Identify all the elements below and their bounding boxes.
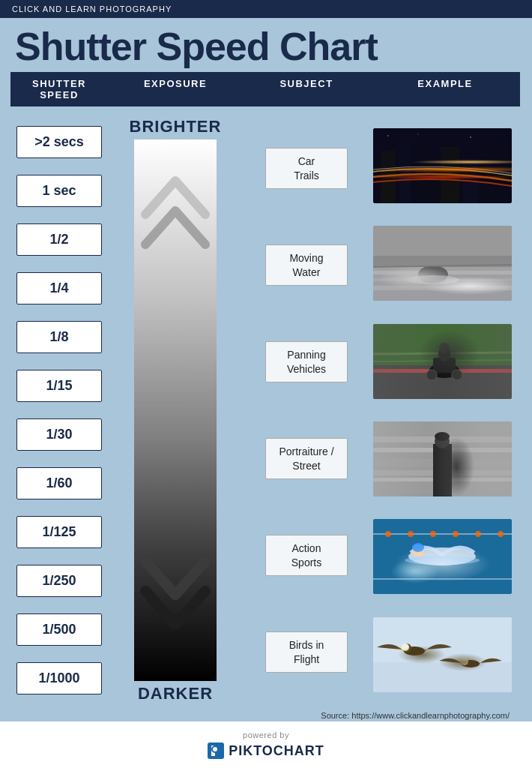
svg-rect-40: [373, 519, 512, 594]
column-headers: SHUTTER SPEED EXPOSURE SUBJECT EXAMPLE: [10, 72, 522, 106]
exposure-column: BRIGHTER DARKER: [108, 112, 243, 708]
svg-rect-1: [381, 151, 396, 203]
svg-rect-10: [373, 226, 512, 301]
svg-rect-53: [373, 617, 512, 692]
brand-bar: CLICK AND LEARN PHOTOGRAPHY: [0, 0, 532, 18]
svg-rect-11: [373, 226, 512, 256]
svg-rect-3: [414, 154, 437, 203]
svg-rect-31: [373, 422, 512, 496]
svg-point-46: [453, 531, 459, 537]
subject-birds: Birds inFlight: [265, 632, 348, 672]
subject-portrait: Portraiture /Street: [265, 438, 348, 478]
svg-rect-20: [373, 365, 512, 399]
powered-by-label: powered by: [9, 730, 523, 740]
svg-point-57: [402, 644, 409, 651]
svg-point-51: [412, 543, 424, 552]
svg-point-55: [404, 646, 425, 656]
svg-point-52: [405, 556, 480, 565]
chart-area: >2 secs 1 sec 1/2 1/4 1/8 1/15 1/30 1/60…: [10, 112, 522, 708]
svg-point-7: [387, 135, 389, 136]
svg-point-58: [462, 660, 480, 668]
svg-rect-26: [433, 358, 456, 373]
col-header-example: EXAMPLE: [370, 72, 520, 106]
svg-point-28: [452, 370, 462, 380]
svg-rect-5: [463, 158, 478, 203]
svg-rect-14: [373, 278, 512, 281]
svg-rect-22: [373, 324, 512, 399]
svg-point-18: [407, 275, 459, 284]
chevron-down-arrows: [134, 516, 217, 666]
svg-rect-21: [373, 369, 512, 373]
speed-box-12: 1/1000: [16, 662, 102, 694]
speed-column: >2 secs 1 sec 1/2 1/4 1/8 1/15 1/30 1/60…: [10, 112, 108, 708]
piktochart-label: PIKTOCHART: [229, 743, 324, 759]
svg-point-59: [461, 658, 468, 665]
brand-label: CLICK AND LEARN PHOTOGRAPHY: [12, 4, 172, 14]
svg-point-49: [408, 548, 476, 566]
page-title: Shutter Speed Chart: [0, 18, 532, 72]
svg-point-43: [385, 531, 391, 537]
speed-box-6: 1/15: [16, 370, 102, 402]
svg-point-9: [470, 136, 471, 138]
speed-box-7: 1/30: [16, 418, 102, 451]
svg-point-27: [426, 370, 437, 380]
col-header-subject: SUBJECT: [243, 72, 370, 106]
speed-box-2: 1 sec: [16, 175, 102, 207]
speed-box-9: 1/125: [16, 516, 102, 548]
svg-line-17: [373, 265, 512, 267]
speed-box-4: 1/4: [16, 272, 102, 304]
svg-point-63: [213, 747, 217, 752]
svg-point-25: [429, 363, 459, 378]
speed-box-3: 1/2: [16, 224, 102, 256]
svg-rect-4: [441, 147, 459, 203]
svg-rect-35: [373, 470, 512, 476]
darker-label: DARKER: [138, 684, 213, 704]
svg-point-45: [430, 531, 436, 537]
speed-box-5: 1/8: [16, 321, 102, 353]
chevron-up-arrows: [134, 147, 217, 297]
subject-car-trails: CarTrails: [265, 148, 348, 188]
svg-line-24: [373, 360, 512, 362]
svg-point-50: [412, 544, 424, 556]
svg-point-44: [408, 531, 414, 537]
photo-portrait: [373, 422, 512, 496]
svg-line-23: [373, 352, 512, 354]
col-header-speed: SHUTTER SPEED: [10, 72, 108, 106]
svg-rect-2: [399, 143, 411, 203]
subject-column: CarTrails MovingWater PanningVehicles Po…: [243, 112, 370, 708]
svg-point-30: [439, 343, 450, 353]
subject-action-sports: ActionSports: [265, 535, 348, 575]
svg-rect-19: [373, 324, 512, 399]
photo-action-sports: [373, 519, 512, 594]
speed-box-1: >2 secs: [16, 126, 102, 158]
svg-rect-54: [373, 617, 512, 662]
speed-box-11: 1/500: [16, 614, 102, 646]
svg-rect-32: [373, 436, 512, 442]
svg-point-16: [418, 266, 448, 284]
col-header-exposure: EXPOSURE: [108, 72, 243, 106]
photo-moving-water: [373, 226, 512, 301]
piktochart-icon: [208, 742, 224, 759]
svg-rect-6: [482, 140, 508, 203]
exposure-gradient-wrap: [134, 140, 217, 681]
gradient-bar: [134, 140, 217, 681]
brighter-label: BRIGHTER: [130, 117, 222, 136]
svg-rect-13: [373, 271, 512, 274]
svg-point-56: [402, 644, 411, 652]
svg-point-29: [438, 346, 450, 362]
svg-rect-0: [373, 128, 512, 203]
subject-moving-water: MovingWater: [265, 244, 348, 285]
svg-point-8: [417, 134, 419, 135]
photo-panning: [373, 324, 512, 399]
photo-car-trails: [373, 128, 512, 203]
speed-box-8: 1/60: [16, 467, 102, 500]
subject-panning: PanningVehicles: [265, 341, 348, 382]
photo-birds: [373, 617, 512, 692]
svg-rect-36: [373, 478, 512, 482]
svg-rect-15: [373, 286, 512, 290]
svg-point-39: [435, 432, 450, 441]
piktochart-brand[interactable]: PIKTOCHART: [9, 742, 523, 759]
svg-point-48: [498, 531, 504, 537]
speed-box-10: 1/250: [16, 565, 102, 597]
example-column: [370, 112, 520, 708]
